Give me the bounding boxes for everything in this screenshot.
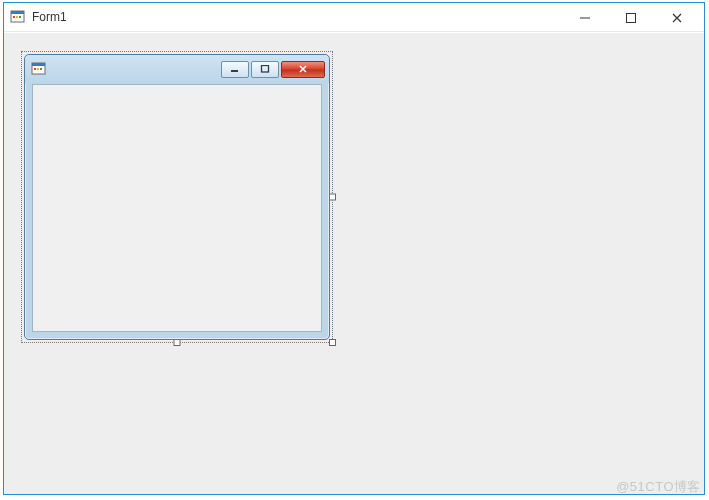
minimize-icon (580, 13, 590, 23)
close-icon (672, 13, 682, 23)
svg-rect-5 (580, 17, 590, 18)
inner-titlebar[interactable] (25, 55, 329, 83)
svg-rect-4 (19, 16, 21, 18)
close-icon (297, 65, 309, 73)
svg-rect-3 (16, 16, 18, 18)
resize-handle-southeast[interactable] (329, 339, 336, 346)
inner-window-controls (221, 61, 325, 78)
inner-close-button[interactable] (281, 61, 325, 78)
minimize-button[interactable] (562, 3, 608, 32)
maximize-button[interactable] (608, 3, 654, 32)
svg-rect-10 (37, 68, 39, 70)
svg-rect-1 (11, 11, 24, 14)
inner-client-area[interactable] (32, 84, 322, 332)
svg-rect-12 (231, 70, 238, 72)
close-button[interactable] (654, 3, 700, 32)
svg-rect-13 (262, 66, 269, 73)
svg-rect-8 (32, 63, 45, 66)
parent-form-window: Form1 (3, 2, 705, 495)
minimize-icon (230, 65, 240, 73)
maximize-icon (626, 13, 636, 23)
svg-rect-6 (627, 13, 636, 22)
svg-rect-11 (40, 68, 42, 70)
resize-handle-south[interactable] (174, 339, 181, 346)
outer-titlebar[interactable]: Form1 (4, 3, 704, 32)
child-form-window[interactable] (24, 54, 330, 340)
inner-maximize-button[interactable] (251, 61, 279, 78)
inner-minimize-button[interactable] (221, 61, 249, 78)
svg-rect-2 (13, 16, 15, 18)
designer-surface[interactable] (4, 33, 704, 494)
resize-handle-east[interactable] (329, 194, 336, 201)
winforms-app-icon (10, 9, 26, 25)
maximize-icon (260, 65, 270, 73)
winforms-app-icon (31, 61, 47, 77)
outer-window-title: Form1 (32, 10, 562, 24)
outer-window-controls (562, 3, 700, 31)
svg-rect-9 (34, 68, 36, 70)
